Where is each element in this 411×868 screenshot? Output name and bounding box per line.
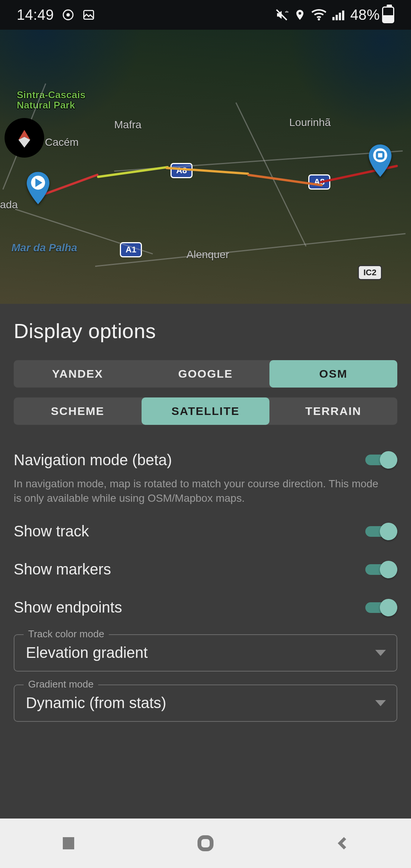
wifi-icon <box>311 9 327 21</box>
compass-button[interactable] <box>5 118 44 158</box>
show-markers-row[interactable]: Show markers <box>14 550 397 589</box>
track-color-mode-legend: Track color mode <box>24 628 109 640</box>
android-navbar <box>0 819 411 868</box>
record-icon <box>62 8 75 21</box>
track-color-mode-value: Elevation gradient <box>26 644 148 661</box>
signal-icon <box>332 9 345 21</box>
provider-yandex[interactable]: YANDEX <box>14 360 142 388</box>
gradient-mode-legend: Gradient mode <box>24 678 98 690</box>
location-icon <box>294 8 306 22</box>
show-markers-label: Show markers <box>14 561 111 578</box>
navigation-mode-label: Navigation mode (beta) <box>14 452 172 469</box>
map-label-lourinha: Lourinhã <box>289 116 331 129</box>
end-marker[interactable] <box>367 143 393 178</box>
map-label-park: Sintra-Cascais Natural Park <box>17 90 86 111</box>
map-type-segmented: SCHEME SATELLITE TERRAIN <box>14 397 397 425</box>
svg-point-13 <box>373 148 387 162</box>
show-endpoints-row[interactable]: Show endpoints <box>14 589 397 627</box>
chevron-down-icon <box>375 650 386 656</box>
back-button[interactable] <box>331 832 354 855</box>
provider-segmented: YANDEX GOOGLE OSM <box>14 360 397 388</box>
sheet-title: Display options <box>14 319 397 343</box>
recents-button[interactable] <box>57 832 80 855</box>
battery-percent-text: 48% <box>350 7 380 23</box>
map-label-cacem: Cacém <box>45 136 79 148</box>
chevron-down-icon <box>375 700 386 706</box>
svg-point-3 <box>299 12 301 15</box>
map-label-mafra: Mafra <box>114 119 142 131</box>
map-type-terrain[interactable]: TERRAIN <box>269 397 397 425</box>
battery-indicator: 48% <box>350 6 394 23</box>
road-shield-ic2: IC2 <box>358 265 382 280</box>
navigation-mode-toggle[interactable] <box>365 450 397 470</box>
show-track-toggle[interactable] <box>365 522 397 541</box>
gradient-mode-value: Dynamic (from stats) <box>26 694 166 712</box>
home-button[interactable] <box>194 832 217 855</box>
map-label-mar-da-palha: Mar da Palha <box>11 242 77 254</box>
svg-rect-8 <box>342 11 344 20</box>
svg-rect-7 <box>339 13 341 20</box>
display-options-sheet[interactable]: Display options YANDEX GOOGLE OSM SCHEME… <box>0 304 411 819</box>
svg-rect-5 <box>333 17 335 21</box>
gradient-mode-select[interactable]: Gradient mode Dynamic (from stats) <box>14 685 397 722</box>
map-preview[interactable]: Sintra-Cascais Natural Park Mafra Cacém … <box>0 30 411 304</box>
start-marker[interactable] <box>25 171 51 206</box>
provider-osm[interactable]: OSM <box>269 360 397 388</box>
status-bar: 14:49 48% <box>0 0 411 30</box>
show-endpoints-label: Show endpoints <box>14 599 122 616</box>
navigation-mode-desc: In navigation mode, map is rotated to ma… <box>14 477 397 506</box>
svg-rect-6 <box>336 15 338 20</box>
map-type-scheme[interactable]: SCHEME <box>14 397 142 425</box>
show-track-row[interactable]: Show track <box>14 512 397 550</box>
show-markers-toggle[interactable] <box>365 560 397 579</box>
track-color-mode-select[interactable]: Track color mode Elevation gradient <box>14 634 397 672</box>
svg-point-1 <box>66 13 70 16</box>
svg-point-4 <box>318 18 320 21</box>
svg-rect-18 <box>199 837 212 849</box>
vibrate-mute-icon <box>275 8 288 22</box>
show-endpoints-toggle[interactable] <box>365 598 397 617</box>
image-icon <box>82 8 95 21</box>
map-type-satellite[interactable]: SATELLITE <box>142 397 269 425</box>
show-track-label: Show track <box>14 523 89 540</box>
provider-google[interactable]: GOOGLE <box>142 360 269 388</box>
clock-text: 14:49 <box>17 7 54 23</box>
navigation-mode-row[interactable]: Navigation mode (beta) <box>14 441 397 479</box>
